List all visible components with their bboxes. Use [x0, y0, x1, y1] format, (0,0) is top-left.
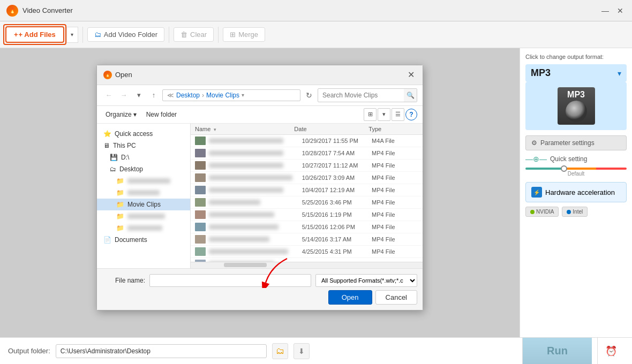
file-date-5: 5/25/2016 3:46 PM: [302, 199, 372, 206]
add-files-label: + Add Files: [19, 31, 56, 39]
file-list-container: Name ▾ Date Type: [191, 124, 423, 268]
file-item-9[interactable]: 4/25/2015 4:31 PM MP4 File: [191, 246, 423, 258]
hw-accel-label: Hardware acceleration: [545, 188, 615, 196]
cancel-button[interactable]: Cancel: [375, 290, 417, 305]
sidebar-item-this-pc[interactable]: 🖥 This PC: [97, 140, 190, 151]
view-details-button[interactable]: ☰: [392, 108, 404, 121]
separator-1: [82, 27, 83, 43]
run-button[interactable]: Run: [522, 338, 592, 365]
breadcrumb-expand[interactable]: ▾: [242, 92, 244, 98]
help-button[interactable]: ?: [405, 109, 417, 120]
desktop-icon: 🗂: [110, 165, 116, 173]
organize-button[interactable]: Organize ▾: [102, 109, 140, 120]
sidebar-item-documents[interactable]: 📄 Documents: [97, 234, 190, 246]
hscroll-thumb[interactable]: [224, 263, 267, 267]
add-video-folder-button[interactable]: 🗂 Add Video Folder: [87, 27, 164, 42]
output-format-label: Click to change output format:: [525, 54, 627, 60]
sidebar-item-d-drive[interactable]: 💾 D:\: [97, 151, 190, 163]
nav-forward-button[interactable]: →: [117, 89, 130, 102]
file-item-8[interactable]: 5/14/2016 3:17 AM MP4 File: [191, 233, 423, 246]
file-item-4[interactable]: 10/4/2017 12:19 AM MP4 File: [191, 184, 423, 196]
hw-accel-icon: ⚡: [531, 187, 542, 198]
file-item-10[interactable]: 7/18/2014 1:56 PM MP4 File: [191, 258, 423, 262]
file-name-6: [209, 212, 302, 217]
file-item-7[interactable]: 5/15/2016 12:06 PM MP4 File: [191, 221, 423, 233]
param-settings-button[interactable]: ⚙ Parameter settings: [525, 135, 627, 150]
view-dropdown-button[interactable]: ▾: [378, 108, 390, 121]
brand-logos: NVIDIA Intel: [525, 207, 627, 217]
file-item-5[interactable]: 5/25/2016 3:46 PM MP4 File: [191, 196, 423, 209]
open-button[interactable]: Open: [328, 290, 372, 305]
nav-back-button[interactable]: ←: [102, 89, 115, 102]
sidebar-item-desktop[interactable]: 🗂 Desktop: [97, 163, 190, 175]
filetype-select[interactable]: All Supported Formats(*.wtv;*.c: [315, 274, 417, 287]
open-dialog: 🔥 Open ✕ ← → ▾ ↑ ≪ Desktop › Movie Clip: [96, 65, 423, 310]
sidebar-desktop-label: Desktop: [119, 165, 143, 173]
nvidia-logo[interactable]: NVIDIA: [525, 207, 559, 217]
file-item-2[interactable]: 10/27/2017 11:12 AM MP4 File: [191, 160, 423, 172]
nav-dropdown-button[interactable]: ▾: [132, 89, 145, 102]
sidebar-folder1-label: [127, 178, 170, 184]
sidebar-item-quick-access[interactable]: ⭐ Quick access: [97, 128, 190, 140]
format-selector[interactable]: MP3 ▾: [525, 64, 627, 82]
file-name-4: [209, 187, 302, 193]
file-type-8: MP4 File: [372, 236, 418, 242]
this-pc-icon: 🖥: [103, 142, 110, 149]
search-icon-button[interactable]: 🔍: [404, 89, 417, 102]
sidebar-item-folder2[interactable]: 📁: [97, 187, 190, 199]
slider-track[interactable]: [525, 168, 627, 170]
new-folder-button[interactable]: New folder: [142, 109, 181, 120]
file-thumb-4: [195, 186, 206, 194]
format-arrow-icon: ▾: [618, 69, 621, 78]
view-grid-button[interactable]: ⊞: [364, 108, 377, 121]
search-input[interactable]: [318, 90, 404, 101]
file-item-1[interactable]: 10/28/2017 7:54 AM MP4 File: [191, 147, 423, 160]
minimize-button[interactable]: —: [600, 5, 611, 16]
alarm-button[interactable]: ⏰: [597, 338, 624, 365]
file-date-4: 10/4/2017 12:19 AM: [302, 187, 372, 193]
close-button[interactable]: ✕: [615, 5, 626, 16]
file-name-3: [209, 175, 302, 180]
file-type-4: MP4 File: [372, 187, 418, 193]
folder-path-input[interactable]: [56, 344, 267, 358]
format-name: MP3: [531, 67, 551, 79]
refresh-button[interactable]: ↻: [303, 89, 315, 102]
merge-button[interactable]: ⊞ Merge: [223, 27, 265, 42]
sidebar-item-folder1[interactable]: 📁: [97, 175, 190, 187]
app-title: Video Converter: [22, 6, 600, 14]
format-preview: MP3: [525, 82, 627, 130]
breadcrumb[interactable]: ≪ Desktop › Movie Clips ▾: [162, 89, 300, 101]
breadcrumb-root[interactable]: Desktop: [176, 92, 200, 99]
add-files-button[interactable]: + + Add Files: [5, 26, 64, 43]
separator-3: [218, 27, 219, 43]
filename-label: File name:: [102, 277, 145, 284]
horizontal-scrollbar[interactable]: [191, 262, 423, 268]
dialog-close-button[interactable]: ✕: [405, 70, 416, 80]
intel-logo[interactable]: Intel: [562, 207, 588, 217]
browse-folder-button[interactable]: 🗂: [272, 343, 288, 359]
column-date-header[interactable]: Date: [294, 126, 368, 132]
column-type-header[interactable]: Type: [368, 126, 418, 132]
sidebar-item-folder5[interactable]: 📁: [97, 222, 190, 234]
bottom-bar: Output folder: 🗂 ⬇ Run ⏰: [0, 337, 632, 364]
file-item-6[interactable]: 5/15/2016 1:19 PM MP4 File: [191, 209, 423, 221]
param-settings-label: Parameter settings: [540, 139, 595, 147]
hw-accel-row[interactable]: ⚡ Hardware acceleration: [525, 182, 627, 202]
filename-input[interactable]: [149, 274, 311, 287]
sidebar-item-folder4[interactable]: 📁: [97, 210, 190, 222]
quick-access-icon: ⭐: [103, 130, 111, 138]
column-name-header[interactable]: Name ▾: [195, 126, 294, 132]
add-video-folder-label: Add Video Folder: [104, 31, 157, 39]
clear-button[interactable]: 🗑 Clear: [174, 27, 214, 42]
quick-setting-label: Quick setting: [550, 155, 587, 163]
nav-up-button[interactable]: ↑: [147, 89, 160, 102]
file-type-3: MP4 File: [372, 175, 418, 181]
file-item-3[interactable]: 10/26/2017 3:09 AM MP4 File: [191, 172, 423, 184]
import-button[interactable]: ⬇: [294, 343, 310, 359]
file-name-9: [209, 249, 302, 254]
folder2-icon: 📁: [116, 189, 124, 196]
file-item-0[interactable]: 10/29/2017 11:55 PM M4A File: [191, 135, 423, 147]
breadcrumb-current[interactable]: Movie Clips: [206, 92, 239, 99]
sidebar-item-movie-clips[interactable]: 📁 Movie Clips: [97, 199, 190, 210]
add-files-dropdown[interactable]: ▾: [66, 27, 78, 43]
